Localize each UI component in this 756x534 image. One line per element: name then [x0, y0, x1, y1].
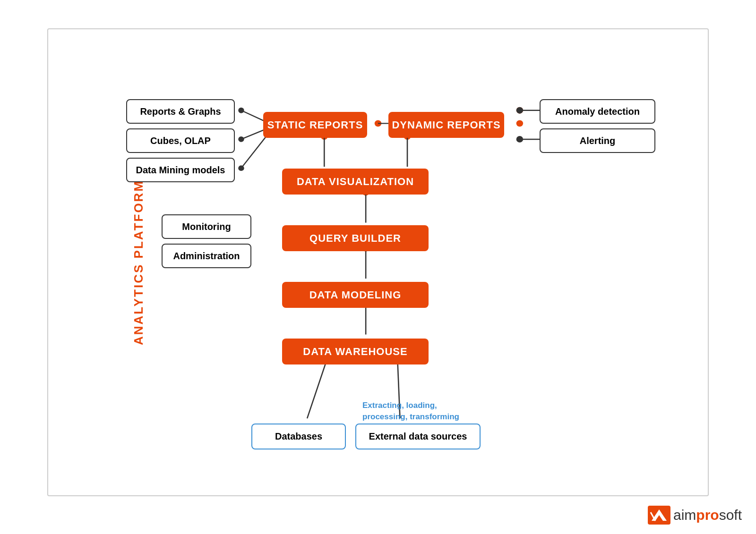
monitoring-box: Monitoring — [162, 214, 251, 239]
svg-point-5 — [516, 107, 523, 114]
svg-point-8 — [516, 120, 523, 127]
cubes-olap-box: Cubes, OLAP — [126, 128, 235, 153]
alerting-box: Alerting — [540, 128, 655, 153]
svg-point-24 — [238, 136, 244, 142]
dynamic-reports-box: DYNAMIC REPORTS — [388, 112, 504, 138]
external-data-box: External data sources — [355, 424, 481, 449]
data-warehouse-box: DATA WAREHOUSE — [282, 339, 429, 364]
aimprosoft-logo-icon — [648, 506, 670, 525]
svg-point-23 — [238, 108, 244, 113]
vertical-label: ANALYTICS PLATFORM — [131, 179, 146, 345]
svg-point-3 — [375, 120, 381, 127]
aimprosoft-text: aimprosoft — [673, 507, 742, 523]
diagram-container: ANALYTICS PLATFORM — [47, 28, 709, 496]
data-modeling-box: DATA MODELING — [282, 282, 429, 308]
reports-graphs-box: Reports & Graphs — [126, 99, 235, 124]
svg-point-25 — [238, 165, 244, 171]
databases-box: Databases — [251, 424, 346, 449]
etl-label: Extracting, loading,processing, transfor… — [362, 400, 459, 423]
svg-point-27 — [516, 136, 523, 143]
data-visualization-box: DATA VISUALIZATION — [282, 169, 429, 195]
anomaly-detection-box: Anomaly detection — [540, 99, 655, 124]
static-reports-box: STATIC REPORTS — [263, 112, 367, 138]
logo-area: aimprosoft — [648, 506, 742, 525]
administration-box: Administration — [162, 244, 251, 268]
query-builder-box: QUERY BUILDER — [282, 225, 429, 251]
svg-point-26 — [516, 107, 523, 114]
data-mining-box: Data Mining models — [126, 158, 235, 182]
svg-line-20 — [307, 360, 326, 418]
